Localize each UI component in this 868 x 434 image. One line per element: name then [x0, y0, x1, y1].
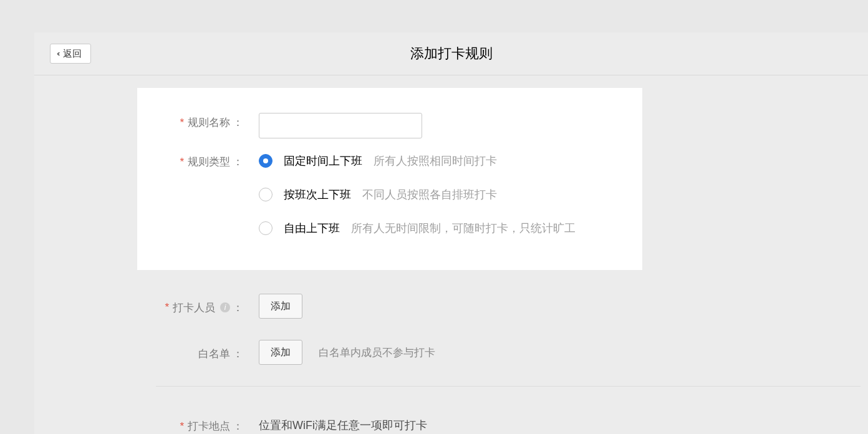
- rule-name-row: * 规则名称：: [137, 113, 617, 138]
- required-asterisk: *: [180, 117, 184, 129]
- rule-name-input[interactable]: [259, 113, 422, 138]
- header-bar: ‹‹ 返回 添加打卡规则: [34, 32, 868, 75]
- add-whitelist-button[interactable]: 添加: [259, 340, 302, 365]
- location-label: * 打卡地点：: [34, 417, 243, 433]
- required-asterisk: *: [165, 301, 169, 314]
- radio-icon: [259, 188, 272, 201]
- radio-free[interactable]: 自由上下班 所有人无时间限制，可随时打卡，只统计旷工: [259, 221, 576, 236]
- page-container: ‹‹ 返回 添加打卡规则 * 规则名称： * 规则类型：: [34, 32, 868, 434]
- radio-desc: 所有人按照相同时间打卡: [374, 153, 497, 168]
- rule-type-row: * 规则类型： 固定时间上下班 所有人按照相同时间打卡 按班次上下班 不同人员按…: [137, 152, 617, 236]
- rule-basics-card: * 规则名称： * 规则类型： 固定时间上下班 所有人按照相同时间打卡: [137, 88, 642, 270]
- page-title: 添加打卡规则: [34, 44, 868, 63]
- radio-title: 固定时间上下班: [284, 153, 362, 168]
- whitelist-row: 白名单： 添加 白名单内成员不参与打卡: [34, 340, 868, 365]
- info-icon[interactable]: i: [220, 302, 230, 312]
- whitelist-hint: 白名单内成员不参与打卡: [319, 345, 435, 360]
- required-asterisk: *: [180, 420, 184, 433]
- radio-desc: 所有人无时间限制，可随时打卡，只统计旷工: [351, 221, 576, 236]
- rule-name-label: * 规则名称：: [137, 113, 243, 130]
- radio-title: 自由上下班: [284, 221, 340, 236]
- radio-shift[interactable]: 按班次上下班 不同人员按照各自排班打卡: [259, 187, 576, 202]
- location-row: * 打卡地点： 位置和WiFi满足任意一项即可打卡: [34, 417, 868, 433]
- whitelist-label: 白名单：: [34, 344, 243, 361]
- required-asterisk: *: [180, 156, 184, 168]
- radio-fixed-time[interactable]: 固定时间上下班 所有人按照相同时间打卡: [259, 153, 576, 168]
- back-button[interactable]: ‹‹ 返回: [50, 44, 91, 64]
- radio-title: 按班次上下班: [284, 187, 351, 202]
- location-section: * 打卡地点： 位置和WiFi满足任意一项即可打卡: [34, 387, 868, 433]
- radio-icon: [259, 221, 272, 235]
- radio-icon: [259, 154, 272, 168]
- add-members-button[interactable]: 添加: [259, 294, 302, 319]
- clock-members-label: * 打卡人员 i ：: [34, 298, 243, 315]
- chevron-left-double-icon: ‹‹: [57, 49, 59, 59]
- radio-desc: 不同人员按照各自排班打卡: [362, 187, 497, 202]
- location-text: 位置和WiFi满足任意一项即可打卡: [259, 418, 427, 433]
- form-area: * 规则名称： * 规则类型： 固定时间上下班 所有人按照相同时间打卡: [34, 88, 868, 433]
- clock-members-row: * 打卡人员 i ： 添加: [34, 294, 868, 319]
- back-button-label: 返回: [63, 48, 82, 59]
- rule-type-label: * 规则类型：: [137, 152, 243, 169]
- members-section: * 打卡人员 i ： 添加 白名单： 添加 白名单内成员不参与打卡: [34, 270, 868, 365]
- rule-type-radio-group: 固定时间上下班 所有人按照相同时间打卡 按班次上下班 不同人员按照各自排班打卡 …: [259, 152, 576, 236]
